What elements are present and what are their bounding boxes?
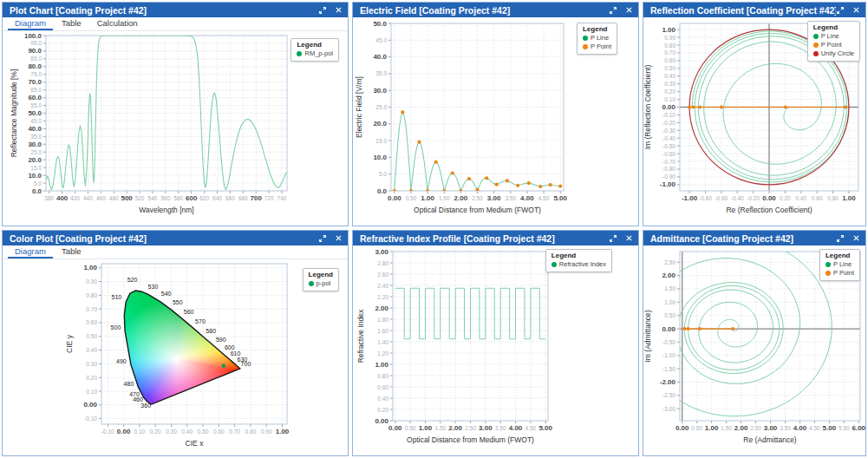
plot-cie-chromaticity: -0.100.000.100.200.300.400.500.600.700.8… [3,259,348,455]
legend-color-dot [583,36,588,41]
tick-label: 2.80 [377,260,388,266]
maximize-icon[interactable] [609,6,617,15]
tick-label: 20.0 [373,120,387,128]
app-workspace: Plot Chart [Coating Project #42] Diagram… [0,0,868,458]
tab-diagram[interactable]: Diagram [8,245,53,258]
tick-label: -0.20 [662,120,675,126]
x-axis-title: Re (Admittance) [743,435,797,444]
tick-label: 0.00 [662,325,675,333]
close-icon[interactable] [852,234,860,242]
tick-label: 4.50 [525,425,537,431]
tab-bar: Diagram Table Calculation [3,17,348,31]
close-icon[interactable] [625,234,633,242]
tick-label: 45.0 [375,37,387,43]
legend-item-label: P Line [821,32,839,41]
tick-label: 5.50 [839,425,850,431]
close-icon[interactable] [335,6,343,14]
window-title: Plot Chart [Coating Project #42] [10,5,318,16]
maximize-icon[interactable] [609,234,617,243]
tick-label: 1.60 [377,328,388,334]
tick-label: -1.50 [662,366,675,372]
tick-label: 75.0 [30,71,42,77]
x-axis-title: Optical Distance from Medium (FWOT) [414,206,541,214]
tick-label: 1.50 [721,425,732,431]
legend-title: Legend [297,41,333,49]
legend-item-label: P Line [833,260,852,269]
maximize-icon[interactable] [318,6,327,15]
tick-label: 0.70 [229,429,240,435]
series-line [395,288,545,339]
tick-label: 15.0 [30,165,42,171]
tick-label: 1.00 [664,299,675,305]
window-titlebar[interactable]: Plot Chart [Coating Project #42] [3,3,348,17]
data-point [451,171,454,174]
tick-label: 60.0 [28,94,42,101]
tick-label: 5.00 [538,424,552,432]
tick-label: 30.0 [28,141,42,148]
tick-label: 0.80 [377,373,388,379]
tick-label: -0.60 [715,195,728,201]
close-icon[interactable] [625,6,633,14]
tick-label: 1.00 [842,194,856,202]
tick-label: 95.0 [30,40,42,46]
tick-label: -0.30 [662,128,675,134]
x-axis-title: CIE x [186,439,205,448]
tick-label: 0.10 [664,96,675,102]
chart-canvas: 0.000.501.001.502.002.503.003.504.004.50… [353,245,638,455]
maximize-icon[interactable] [836,234,845,243]
maximize-icon[interactable] [836,6,845,15]
tick-label: 0.00 [662,103,675,111]
legend-item: p-pol [309,279,333,288]
data-point [495,183,499,186]
legend-item-label: P Point [833,269,854,278]
tab-diagram[interactable]: Diagram [8,17,53,30]
tick-label: 1.50 [439,195,450,201]
legend-box: LegendP LineP Point [577,23,617,55]
legend-title: Legend [309,271,333,278]
tab-table[interactable]: Table [55,245,88,258]
legend-item: P Line [826,260,854,269]
tick-label: 1.50 [664,285,675,291]
tick-label: 2.00 [734,424,748,432]
tab-table[interactable]: Table [55,17,88,30]
window-titlebar[interactable]: Color Plot [Coating Project #42] [3,231,348,245]
close-icon[interactable] [335,234,343,242]
close-icon[interactable] [852,6,860,14]
window-titlebar[interactable]: Admittance [Coating Project #42] [643,231,865,245]
data-point [549,183,552,186]
legend-item: P Point [583,43,611,51]
tick-label: 460 [96,195,106,201]
window-titlebar[interactable]: Refractive Index Profile [Coating Projec… [353,231,638,245]
tick-label: 0.30 [86,361,97,367]
tick-label: 0.80 [664,43,675,49]
tick-label: 700 [251,194,263,202]
tab-calculation[interactable]: Calculation [90,17,145,30]
data-point [698,327,702,330]
tick-label: 480 [109,195,119,201]
legend-item-label: P Line [591,34,609,43]
maximize-icon[interactable] [318,234,327,243]
tick-label: 540 [148,195,158,201]
legend-item-label: p-pol [317,279,331,288]
tick-label: 2.00 [662,272,675,279]
tick-label: 0.0 [32,187,42,195]
tick-label: 30.0 [373,87,387,95]
tick-label: 0.50 [198,429,209,435]
tick-label: -1.00 [662,352,675,358]
tick-label: -0.20 [747,195,760,201]
x-axis-title: Re (Reflection Coefficient) [726,206,812,214]
legend-box: LegendRM_p-pol [290,38,339,62]
window-title: Electric Field [Coating Project #42] [360,5,609,16]
tick-label: 2.50 [472,195,483,201]
tick-label: 10.0 [28,172,42,180]
x-axis-ticks: 0.000.501.001.502.002.503.003.504.004.50… [388,23,567,202]
tick-label: 0.00 [762,194,776,202]
window-titlebar[interactable]: Electric Field [Coating Project #42] [353,3,638,17]
plot-refractive-index-profile: 0.000.501.001.502.002.503.003.504.004.50… [353,245,638,455]
window-titlebar[interactable]: Reflection Coefficient [Coating Project … [643,3,865,17]
legend-color-dot [826,271,831,276]
tick-label: -0.80 [699,195,712,201]
tick-label: -0.50 [662,339,675,345]
tick-label: 50.0 [373,20,387,28]
tick-label: 0.00 [388,424,402,432]
